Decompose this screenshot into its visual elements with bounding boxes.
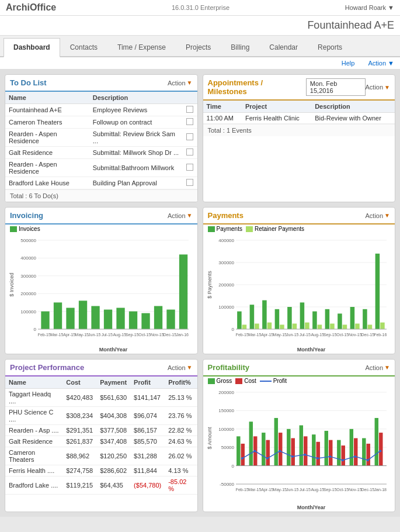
svg-text:Nov-15: Nov-15 bbox=[151, 333, 164, 337]
tab-billing[interactable]: Billing bbox=[221, 38, 259, 56]
svg-text:0: 0 bbox=[231, 464, 234, 469]
tab-reports[interactable]: Reports bbox=[308, 38, 352, 56]
todo-name: Galt Residence bbox=[5, 147, 89, 159]
action-link[interactable]: Action ▼ bbox=[362, 60, 394, 67]
pp-cost: $291,351 bbox=[62, 425, 96, 436]
pp-payment: $377,508 bbox=[96, 425, 130, 436]
profit-action[interactable]: Action ▼ bbox=[366, 364, 390, 371]
pp-pct: 26.02 % bbox=[165, 447, 197, 465]
pp-cost: $261,837 bbox=[62, 436, 96, 447]
svg-rect-15 bbox=[54, 302, 62, 329]
tab-bar: Dashboard Contacts Time / Expense Projec… bbox=[0, 36, 400, 57]
pp-row: Taggart Headq ....$420,483$561,630$141,1… bbox=[5, 389, 197, 407]
svg-text:Mar-15: Mar-15 bbox=[248, 333, 261, 337]
pp-action[interactable]: Action ▼ bbox=[168, 364, 192, 371]
svg-text:Jul-15: Jul-15 bbox=[299, 488, 310, 492]
todo-checkbox[interactable] bbox=[183, 177, 197, 189]
profit-action-arrow: ▼ bbox=[384, 364, 390, 371]
svg-point-139 bbox=[253, 450, 256, 452]
user-info[interactable]: Howard Roark ▼ bbox=[345, 4, 394, 11]
todo-action[interactable]: Action ▼ bbox=[168, 80, 192, 87]
todo-row: Rearden - Aspen ResidenceSubmittal:Bathr… bbox=[5, 159, 197, 177]
payments-legend-box2 bbox=[246, 226, 253, 232]
todo-col-name: Name bbox=[5, 92, 89, 104]
app-title: Fountainhead A+E bbox=[307, 19, 394, 31]
appt-header-inner: Appointments / Milestones Mon. Feb 15,20… bbox=[208, 78, 366, 96]
svg-text:Feb-16: Feb-16 bbox=[374, 333, 387, 337]
top-bar: ArchiOffice 16.0.31.0 Enterprise Howard … bbox=[0, 0, 400, 16]
profit-legend-cost-box bbox=[235, 378, 242, 384]
todo-desc: Submittal: Review Brick Sam ... bbox=[89, 129, 183, 147]
svg-text:$ Invoiced: $ Invoiced bbox=[9, 272, 15, 296]
todo-checkbox[interactable] bbox=[183, 159, 197, 177]
pp-title: Project Performance bbox=[10, 363, 84, 372]
tab-dashboard[interactable]: Dashboard bbox=[4, 38, 60, 57]
logo-text: ArchiOffice bbox=[6, 2, 56, 12]
todo-footer: Total : 6 To Do(s) bbox=[5, 189, 197, 202]
appt-col-time: Time bbox=[203, 101, 242, 113]
invoicing-chart: 5000004000003000002000001000000$ Invoice… bbox=[5, 232, 197, 354]
svg-text:300000: 300000 bbox=[20, 274, 36, 279]
todo-checkbox[interactable] bbox=[183, 129, 197, 147]
tab-calendar[interactable]: Calendar bbox=[259, 38, 308, 56]
svg-rect-78 bbox=[355, 324, 360, 330]
pp-pct: 25.13 % bbox=[165, 389, 197, 407]
svg-rect-126 bbox=[341, 445, 345, 466]
payments-action[interactable]: Action ▼ bbox=[366, 212, 390, 219]
pp-pct: -85.02 % bbox=[165, 476, 197, 495]
svg-text:Feb-15: Feb-15 bbox=[38, 333, 51, 337]
svg-text:Jun-15: Jun-15 bbox=[286, 488, 299, 492]
svg-point-142 bbox=[291, 455, 293, 458]
todo-checkbox[interactable] bbox=[183, 147, 197, 159]
title-bar: Fountainhead A+E bbox=[0, 16, 400, 36]
pp-payment: $347,408 bbox=[96, 436, 130, 447]
pp-profit: $85,570 bbox=[130, 436, 165, 447]
svg-rect-33 bbox=[166, 310, 175, 329]
svg-text:Apr-15: Apr-15 bbox=[261, 488, 273, 492]
svg-text:Jan-18: Jan-18 bbox=[374, 488, 387, 492]
svg-rect-29 bbox=[141, 313, 149, 329]
todo-desc: Followup on contract bbox=[89, 116, 183, 129]
svg-rect-81 bbox=[367, 324, 372, 329]
pp-row: Galt Residence$261,837$347,408$85,57024.… bbox=[5, 436, 197, 447]
tab-contacts[interactable]: Contacts bbox=[60, 38, 107, 56]
svg-text:$ Payments: $ Payments bbox=[207, 271, 213, 299]
todo-row: Fountainhead A+EEmployee Reviews bbox=[5, 104, 197, 116]
help-link[interactable]: Help bbox=[342, 60, 355, 67]
svg-text:Sep-15: Sep-15 bbox=[323, 488, 336, 492]
profitability-panel: Profitability Action ▼ Gross Cost Profit… bbox=[203, 359, 396, 512]
todo-panel: To Do List Action ▼ Name Description Fou… bbox=[5, 74, 198, 202]
svg-text:Aug-15: Aug-15 bbox=[311, 488, 324, 492]
svg-rect-51 bbox=[242, 324, 246, 329]
svg-text:200000: 200000 bbox=[218, 390, 234, 395]
svg-rect-114 bbox=[291, 438, 294, 466]
svg-rect-62 bbox=[287, 307, 292, 329]
svg-rect-83 bbox=[375, 254, 380, 329]
todo-checkbox[interactable] bbox=[183, 104, 197, 116]
payments-legend1: Payments bbox=[208, 226, 242, 232]
tab-projects[interactable]: Projects bbox=[176, 38, 221, 56]
svg-rect-135 bbox=[379, 433, 382, 466]
svg-rect-80 bbox=[363, 309, 367, 329]
project-performance-panel: Project Performance Action ▼ Name Cost P… bbox=[5, 359, 198, 512]
appointments-panel: Appointments / Milestones Mon. Feb 15,20… bbox=[203, 74, 396, 202]
svg-rect-107 bbox=[262, 433, 265, 466]
pp-col-pct: Profit% bbox=[165, 376, 197, 389]
svg-point-148 bbox=[366, 459, 368, 461]
svg-rect-71 bbox=[325, 309, 329, 329]
invoicing-action[interactable]: Action ▼ bbox=[168, 212, 192, 219]
pp-col-payment: Payment bbox=[96, 376, 130, 389]
todo-checkbox[interactable] bbox=[183, 116, 197, 129]
tab-time-expense[interactable]: Time / Expense bbox=[107, 38, 176, 56]
svg-rect-72 bbox=[330, 324, 335, 330]
svg-text:100000: 100000 bbox=[218, 427, 234, 432]
pp-name: Galt Residence bbox=[5, 436, 62, 447]
todo-desc: Submittal: Millwork Shop Dr ... bbox=[89, 147, 183, 159]
pp-action-arrow: ▼ bbox=[187, 364, 193, 371]
todo-name: Rearden - Aspen Residence bbox=[5, 129, 89, 147]
svg-text:Dec-15: Dec-15 bbox=[163, 333, 176, 337]
appt-action[interactable]: Action ▼ bbox=[366, 84, 390, 91]
todo-row: Bradford Lake HouseBuilding Plan Approva… bbox=[5, 177, 197, 189]
svg-text:200000: 200000 bbox=[20, 291, 36, 296]
invoicing-chart-svg: 5000004000003000002000001000000$ Invoice… bbox=[8, 236, 193, 353]
